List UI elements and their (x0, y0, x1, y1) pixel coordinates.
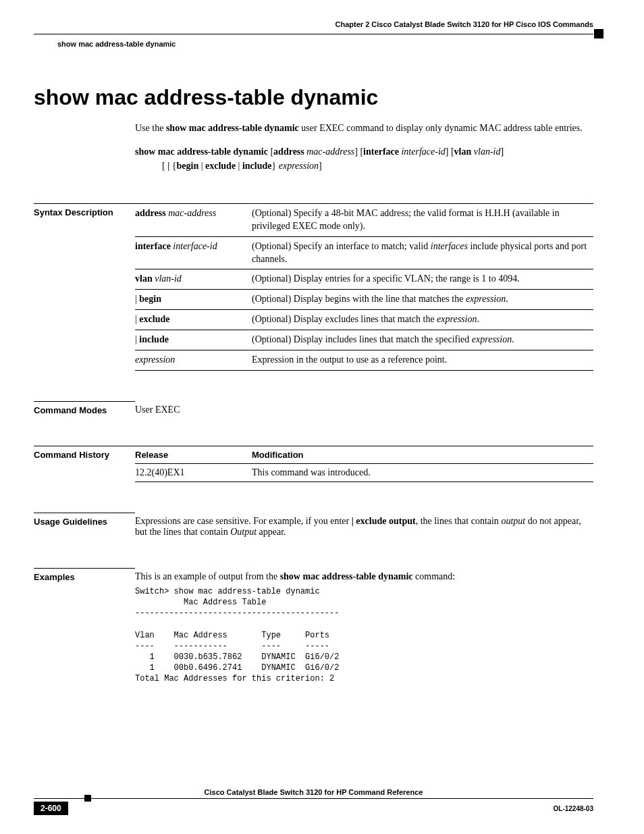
section-body: User EXEC (135, 401, 593, 415)
table-row: 12.2(40)EX1 This command was introduced. (135, 463, 593, 481)
row-kw: exclude (139, 314, 169, 324)
command-history-section: Command History Release Modification 12.… (34, 446, 593, 482)
header-rule (34, 34, 593, 34)
row-desc: Expression in the output to use as a ref… (252, 355, 447, 365)
col-release: Release (135, 446, 252, 463)
footer-title: Cisco Catalyst Blade Switch 3120 for HP … (34, 788, 593, 798)
table-row: | begin (Optional) Display begins with t… (135, 290, 593, 310)
example-output: Switch> show mac address-table dynamic M… (135, 586, 593, 685)
ex-p1: This is an example of output from the (135, 571, 280, 581)
col-modification: Modification (252, 446, 593, 463)
row-arg: mac-address (168, 208, 216, 218)
section-label: Command Modes (34, 401, 135, 415)
chapter-title: Chapter 2 Cisco Catalyst Blade Switch 31… (34, 20, 593, 30)
examples-section: Examples This is an example of output fr… (34, 568, 593, 685)
intro-cmd: show mac address-table dynamic (166, 123, 299, 133)
usage-b1: | exclude output (352, 516, 416, 526)
usage-p1: Expressions are case sensitive. For exam… (135, 516, 352, 526)
example-intro: This is an example of output from the sh… (135, 571, 593, 582)
row-desc-i: expression (437, 314, 477, 324)
cell-mod: This command was introduced. (252, 463, 593, 481)
section-label: Command History (34, 446, 135, 460)
command-title: show mac address-table dynamic (34, 85, 593, 110)
section-label: Syntax Description (34, 203, 135, 217)
syntax-arg3: vlan-id (474, 147, 501, 157)
intro-pre: Use the (135, 123, 166, 133)
row-desc-pre: (Optional) Specify an interface to match… (252, 241, 431, 251)
section-name: show mac address-table dynamic (34, 38, 593, 48)
history-table: Release Modification 12.2(40)EX1 This co… (135, 446, 593, 482)
syntax-arg2: interface-id (401, 147, 445, 157)
row-desc-pre: (Optional) Display excludes lines that m… (252, 314, 437, 324)
row-kw: include (139, 334, 169, 344)
row-desc-i: expression (466, 294, 506, 304)
syntax-kw2: interface (363, 147, 399, 157)
syntax-include: include (242, 161, 272, 171)
syntax-description-section: Syntax Description address mac-address (… (34, 203, 593, 371)
row-kw: address (135, 208, 166, 218)
usage-guidelines-section: Usage Guidelines Expressions are case se… (34, 513, 593, 538)
document-number: OL-12248-03 (554, 805, 593, 812)
row-pipe: | (135, 334, 137, 344)
content-body: Use the show mac address-table dynamic u… (135, 122, 593, 173)
syntax-kw1: address (273, 147, 304, 157)
row-desc-post: . (512, 334, 514, 344)
row-desc-i: interfaces (431, 241, 468, 251)
section-label: Examples (34, 568, 135, 582)
row-desc: (Optional) Display entries for a specifi… (252, 273, 520, 284)
page-footer: Cisco Catalyst Blade Switch 3120 for HP … (34, 788, 593, 815)
table-row: vlan vlan-id (Optional) Display entries … (135, 269, 593, 290)
section-body: This is an example of output from the sh… (135, 568, 593, 685)
cell-release: 12.2(40)EX1 (135, 463, 252, 481)
row-desc-pre: (Optional) Display begins with the line … (252, 294, 466, 304)
syntax-cmd: show mac address-table dynamic (135, 147, 268, 157)
usage-i2: Output (230, 527, 257, 537)
ex-b1: show mac address-table dynamic (280, 571, 413, 581)
table-row: interface interface-id (Optional) Specif… (135, 236, 593, 269)
header-marker-icon (594, 29, 603, 38)
row-desc-post: . (506, 294, 508, 304)
row-arg: interface-id (173, 241, 217, 251)
row-arg: vlan-id (155, 273, 182, 284)
syntax-begin: begin (177, 161, 199, 171)
footer-marker-icon (84, 795, 91, 802)
row-desc-i: expression (472, 334, 512, 344)
usage-p2: , the lines that contain (416, 516, 502, 526)
row-kw: interface (135, 241, 171, 251)
syntax-table: address mac-address (Optional) Specify a… (135, 203, 593, 371)
command-modes-section: Command Modes User EXEC (34, 401, 593, 415)
usage-p4: appear. (257, 527, 286, 537)
intro-paragraph: Use the show mac address-table dynamic u… (135, 122, 593, 135)
section-body: address mac-address (Optional) Specify a… (135, 203, 593, 371)
section-body: Release Modification 12.2(40)EX1 This co… (135, 446, 593, 482)
row-pipe: | (135, 294, 137, 304)
row-desc-post: . (477, 314, 479, 324)
table-row: expression Expression in the output to u… (135, 350, 593, 371)
table-row: | exclude (Optional) Display excludes li… (135, 310, 593, 330)
row-pipe: | (135, 314, 137, 324)
syntax-usage: show mac address-table dynamic [address … (135, 145, 593, 173)
row-desc-pre: (Optional) Display includes lines that m… (252, 334, 472, 344)
row-desc: (Optional) Specify a 48-bit MAC address;… (252, 208, 560, 231)
section-label: Usage Guidelines (34, 513, 135, 527)
footer-row: 2-600 OL-12248-03 (34, 802, 593, 815)
syntax-line2: [ | {begin | exclude | include} expressi… (135, 159, 593, 173)
syntax-arg1: mac-address (306, 147, 354, 157)
table-row: | include (Optional) Display includes li… (135, 330, 593, 350)
section-body: Expressions are case sensitive. For exam… (135, 513, 593, 538)
row-kw: vlan (135, 273, 153, 284)
footer-rule (34, 798, 593, 799)
intro-post: user EXEC command to display only dynami… (299, 123, 583, 133)
syntax-exclude: exclude (205, 161, 236, 171)
syntax-expr: expression (279, 161, 319, 171)
page-header: Chapter 2 Cisco Catalyst Blade Switch 31… (34, 20, 593, 48)
row-arg: expression (135, 355, 175, 365)
page-number: 2-600 (34, 802, 68, 815)
document-page: Chapter 2 Cisco Catalyst Blade Switch 31… (0, 0, 644, 834)
usage-i1: output (501, 516, 525, 526)
syntax-kw3: vlan (454, 147, 472, 157)
table-header-row: Release Modification (135, 446, 593, 463)
ex-p2: command: (413, 571, 456, 581)
table-row: address mac-address (Optional) Specify a… (135, 203, 593, 236)
row-kw: begin (139, 294, 161, 304)
